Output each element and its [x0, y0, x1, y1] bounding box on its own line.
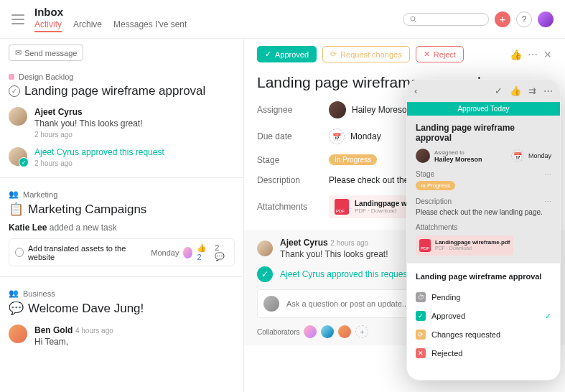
page-title: Inbox [34, 6, 403, 18]
pdf-icon [419, 239, 431, 252]
comment-count[interactable]: 2 💬 [215, 243, 228, 261]
mobile-preview: ‹ ✓ 👍 ⇉ ⋯ Approved Today Landing page wi… [406, 79, 561, 381]
sheet-title: Landing page wireframe approval [416, 272, 551, 281]
approval-text: Ajeet Cyrus approved this request [34, 147, 235, 157]
inbox-comment[interactable]: Ben Gold 4 hours ago Hi Team, [9, 325, 235, 347]
comment-text: Hi Team, [34, 337, 235, 347]
assignee-avatar [183, 247, 192, 258]
approved-button[interactable]: ✓ Approved [257, 46, 317, 62]
like-count[interactable]: 👍 2 [197, 243, 210, 261]
collaborator-avatar[interactable] [321, 325, 334, 338]
rejected-icon: ✕ [416, 348, 426, 358]
help-icon[interactable]: ? [516, 11, 532, 27]
stage-badge[interactable]: In Progress [416, 181, 455, 190]
project-label: 👥Marketing [9, 190, 235, 199]
status-option-pending[interactable]: ⏱Pending [416, 288, 551, 307]
pdf-icon [335, 199, 349, 215]
app-header: Inbox Activity Archive Messages I've sen… [0, 0, 565, 39]
comment-author: Ben Gold [34, 325, 73, 335]
request-changes-button[interactable]: ⟳ Request changes [322, 46, 410, 62]
like-icon[interactable]: 👍 [510, 49, 522, 60]
comment-time: 2 hours ago [34, 131, 235, 139]
due-date-label: Due date [257, 131, 329, 141]
send-message-button[interactable]: ✉ Send message [9, 45, 83, 61]
attachments-label: Attatchments [257, 202, 329, 212]
comment-time: 2 hours ago [34, 159, 235, 167]
stage-label: Stage [257, 155, 329, 165]
approved-banner: Approved Today [407, 102, 560, 116]
subtask-icon[interactable]: ⇉ [528, 85, 536, 96]
status-option-rejected[interactable]: ✕Rejected [416, 344, 551, 363]
tab-sent[interactable]: Messages I've sent [113, 19, 187, 32]
comment-time: 4 hours ago [75, 327, 113, 335]
status-option-changes[interactable]: ⟳Changes requested [416, 325, 551, 344]
add-collaborator-icon[interactable]: + [355, 325, 368, 338]
inbox-item-title[interactable]: 💬 Welcome Dave Jung! [9, 301, 235, 316]
project-label: 👥Business [9, 289, 235, 298]
status-sheet: Landing page wireframe approval ⏱Pending… [407, 263, 560, 371]
collaborator-avatar[interactable] [304, 325, 317, 338]
more-icon[interactable]: ⋯ [528, 49, 538, 60]
reject-button[interactable]: ✕ Reject [416, 46, 464, 62]
user-avatar[interactable] [538, 11, 554, 27]
calendar-icon: 📅 [511, 149, 524, 162]
more-icon[interactable]: ⋯ [543, 85, 553, 96]
svg-point-0 [411, 17, 415, 21]
due-date-value[interactable]: 📅Monday [329, 129, 381, 144]
selected-check-icon: ✓ [545, 312, 551, 321]
mobile-task-title: Landing page wireframe approval [416, 123, 551, 143]
more-icon[interactable]: ⋯ [544, 170, 551, 178]
mobile-att-label: Attatchments [416, 223, 457, 231]
comment-text: Thank you! This looks great! [34, 118, 235, 129]
avatar [257, 241, 273, 256]
back-icon[interactable]: ‹ [414, 85, 417, 96]
like-icon[interactable]: 👍 [510, 85, 521, 96]
people-icon: 👥 [9, 190, 19, 199]
approval-icon [9, 85, 20, 97]
approved-icon: ✓ [416, 311, 426, 321]
avatar [9, 325, 27, 343]
task-row[interactable]: Add translated assets to the website Mon… [9, 238, 235, 266]
project-label: Design Backlog [9, 73, 235, 81]
svg-line-1 [415, 20, 417, 22]
task-name: Add translated assets to the website [28, 244, 142, 261]
task-due: Monday [151, 248, 179, 257]
inbox-approval[interactable]: Ajeet Cyrus approved this request 2 hour… [9, 147, 235, 167]
assignee-label: Assignee [257, 105, 329, 115]
inbox-item-title[interactable]: Landing page wireframe approval [9, 84, 235, 98]
assignee-value[interactable]: Hailey Moreson [329, 101, 411, 118]
check-icon[interactable]: ✓ [495, 85, 503, 96]
mobile-desc-label: Description [416, 197, 452, 205]
inbox-list: ✉ Send message Design Backlog Landing pa… [0, 39, 244, 392]
menu-icon[interactable] [11, 14, 24, 24]
comment-author: Ajeet Cyrus [34, 107, 235, 117]
add-button[interactable]: + [495, 11, 510, 27]
avatar [329, 101, 346, 118]
check-circle-icon: ✓ [257, 266, 273, 282]
close-icon[interactable]: ✕ [543, 49, 552, 60]
stage-badge[interactable]: In Progress [329, 154, 377, 165]
inbox-comment[interactable]: Ajeet Cyrus Thank you! This looks great!… [9, 107, 235, 139]
search-input[interactable] [403, 13, 489, 26]
task-check-icon[interactable] [15, 248, 24, 257]
changes-icon: ⟳ [416, 330, 426, 340]
inbox-item-title[interactable]: 📋 Marketing Campaigns [9, 202, 235, 217]
avatar [9, 107, 27, 126]
collaborator-avatar[interactable] [338, 325, 351, 338]
mobile-stage-label: Stage [416, 170, 434, 178]
mobile-desc: Please check out the new landing page. [416, 208, 551, 216]
description-label: Description [257, 175, 329, 185]
avatar [263, 296, 279, 312]
tab-activity[interactable]: Activity [34, 19, 62, 32]
avatar [416, 149, 430, 163]
more-icon[interactable]: ⋯ [544, 197, 551, 205]
avatar [9, 147, 27, 166]
project-color-icon [9, 74, 14, 80]
pending-icon: ⏱ [416, 292, 426, 302]
calendar-icon: 📅 [329, 129, 345, 144]
activity-line: Katie Lee added a new task [9, 223, 235, 233]
people-icon: 👥 [9, 289, 19, 298]
status-option-approved[interactable]: ✓Approved✓ [416, 307, 551, 325]
attachment-item[interactable]: Landingpage wireframe.pdfPDF · Download [416, 235, 513, 256]
tab-archive[interactable]: Archive [73, 19, 102, 32]
